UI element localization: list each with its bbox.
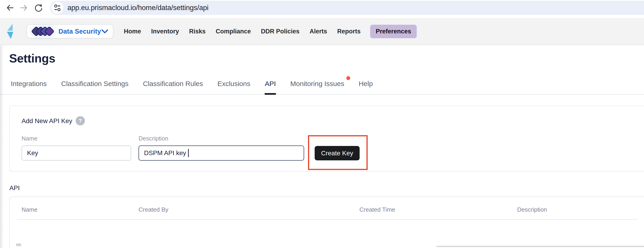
browser-chrome: app.eu.prismacloud.io/home/data/settings… [0, 0, 644, 15]
back-icon [6, 3, 15, 12]
api-section-title: API [10, 184, 644, 192]
name-field-label: Name [22, 135, 38, 142]
help-icon[interactable]: ? [76, 116, 85, 125]
add-api-key-title: Add New API Key [22, 117, 72, 125]
product-switcher-label: Data Security [58, 28, 101, 35]
api-keys-table: Name Created By Created Time Description [10, 197, 644, 248]
url-text[interactable]: app.eu.prismacloud.io/home/data/settings… [68, 4, 208, 12]
notification-dot [346, 76, 350, 80]
product-diamonds-icon [32, 28, 53, 35]
top-navigation: Home Inventory Risks Compliance DDR Poli… [124, 25, 417, 38]
browser-back-button[interactable] [4, 1, 16, 14]
description-input[interactable]: DSPM API key [138, 145, 304, 161]
browser-forward-button[interactable] [18, 1, 30, 14]
partial-row-element [16, 244, 21, 246]
tab-integrations[interactable]: Integrations [11, 76, 47, 95]
description-field-label: Description [138, 135, 168, 142]
tab-exclusions[interactable]: Exclusions [218, 76, 250, 95]
name-input-value: Key [27, 149, 38, 157]
column-header-created-time[interactable]: Created Time [360, 206, 395, 213]
settings-tabs: Integrations Classification Settings Cla… [0, 76, 644, 95]
address-bar[interactable]: app.eu.prismacloud.io/home/data/settings… [50, 1, 644, 15]
forward-icon [19, 3, 28, 12]
column-header-name[interactable]: Name [22, 206, 38, 213]
create-key-button[interactable]: Create Key [315, 146, 360, 160]
tab-monitoring-issues[interactable]: Monitoring Issues [290, 76, 344, 95]
nav-item-alerts[interactable]: Alerts [309, 25, 328, 38]
reload-icon [34, 3, 43, 12]
browser-reload-button[interactable] [32, 1, 45, 14]
chevron-down-icon [101, 29, 109, 34]
tab-api[interactable]: API [265, 76, 276, 95]
page-title: Settings [9, 51, 644, 65]
add-api-key-card: Add New API Key ? Name Description Key D… [10, 106, 644, 172]
table-header-divider [17, 219, 638, 220]
prisma-cloud-logo [5, 23, 15, 39]
horizontal-scrollbar[interactable] [436, 246, 644, 247]
column-header-description[interactable]: Description [517, 206, 547, 213]
tab-classification-settings[interactable]: Classification Settings [61, 76, 128, 95]
nav-item-risks[interactable]: Risks [189, 25, 206, 38]
app-header: Data Security Home Inventory Risks Compl… [0, 18, 644, 45]
nav-item-inventory[interactable]: Inventory [151, 25, 180, 38]
description-input-value: DSPM API key [144, 149, 186, 157]
tab-monitoring-issues-label: Monitoring Issues [290, 80, 344, 87]
nav-item-reports[interactable]: Reports [337, 25, 361, 38]
tab-help[interactable]: Help [359, 76, 373, 95]
tab-classification-rules[interactable]: Classification Rules [143, 76, 203, 95]
text-caret [188, 149, 189, 157]
product-switcher[interactable]: Data Security [26, 24, 113, 38]
nav-item-preferences[interactable]: Preferences [370, 25, 417, 38]
site-info-button[interactable] [51, 2, 63, 14]
name-input[interactable]: Key [22, 145, 131, 161]
nav-item-ddr-policies[interactable]: DDR Policies [260, 25, 300, 38]
column-header-created-by[interactable]: Created By [138, 206, 168, 213]
nav-item-compliance[interactable]: Compliance [215, 25, 251, 38]
window-gap [0, 15, 644, 18]
nav-item-home[interactable]: Home [124, 25, 142, 38]
site-info-icon [52, 3, 62, 13]
